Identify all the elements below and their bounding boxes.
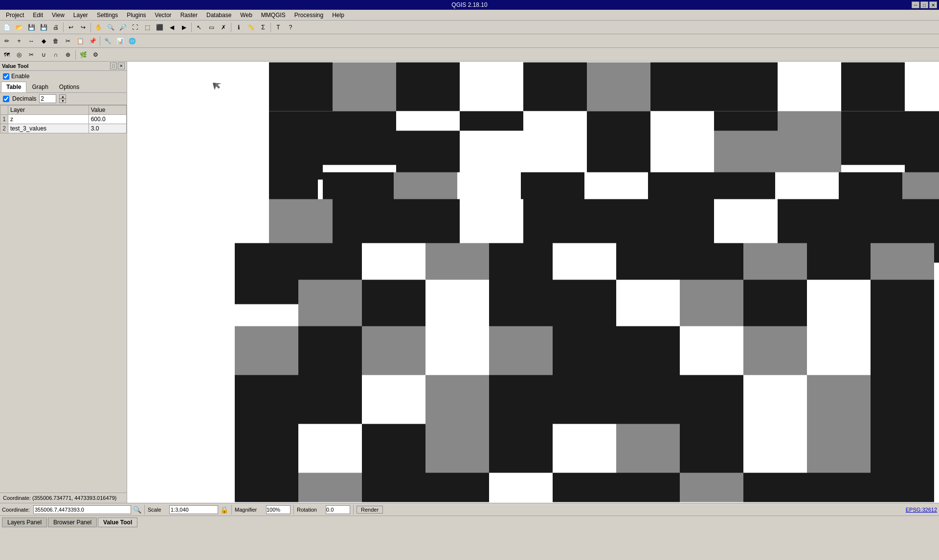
identify-btn[interactable]: ℹ: [233, 22, 245, 33]
spatial-query-btn[interactable]: 🗺: [1, 49, 13, 61]
save-as-btn[interactable]: 💾: [38, 22, 49, 33]
menu-plugins[interactable]: Plugins: [123, 11, 150, 20]
menu-web[interactable]: Web: [236, 11, 256, 20]
tip-btn[interactable]: ?: [285, 22, 296, 33]
panel-float-btn[interactable]: □: [110, 63, 117, 69]
coord-text: Coordinate: (355006.734771, 4473393.0164…: [3, 495, 116, 501]
new-project-btn[interactable]: 📄: [1, 22, 13, 33]
cut-btn[interactable]: ✂: [62, 35, 74, 47]
save-project-btn[interactable]: 💾: [25, 22, 37, 33]
menu-mmqgis[interactable]: MMQGIS: [257, 11, 290, 20]
label-btn[interactable]: T: [272, 22, 284, 33]
enable-checkbox[interactable]: [3, 73, 9, 80]
svg-rect-113: [616, 473, 680, 502]
intersect-btn[interactable]: ∩: [50, 49, 62, 61]
add-feature-btn[interactable]: +: [13, 35, 25, 47]
magnifier-input[interactable]: [266, 505, 291, 514]
plugin-1-btn[interactable]: 🔧: [102, 35, 113, 47]
menu-vector[interactable]: Vector: [151, 11, 176, 20]
measure-btn[interactable]: 📏: [245, 22, 257, 33]
grass-btn[interactable]: 🌿: [77, 49, 89, 61]
panel-titlebar-btns: □ ✕: [110, 63, 125, 69]
decimals-down-btn[interactable]: ▼: [59, 99, 66, 103]
dissolve-btn[interactable]: ⊕: [62, 49, 74, 61]
deselect-btn[interactable]: ✗: [218, 22, 229, 33]
tab-browser-panel[interactable]: Browser Panel: [48, 517, 97, 527]
decimals-checkbox[interactable]: [3, 96, 9, 102]
zoom-prev-btn[interactable]: ◀: [166, 22, 178, 33]
decimals-label: Decimals: [12, 95, 36, 102]
menu-layer[interactable]: Layer: [69, 11, 92, 20]
left-panel: Value Tool □ ✕ Enable Table Graph Option…: [0, 62, 127, 503]
menu-view[interactable]: View: [48, 11, 68, 20]
svg-rect-4: [460, 63, 523, 111]
menu-processing[interactable]: Processing: [291, 11, 327, 20]
svg-rect-115: [743, 473, 807, 502]
tab-options[interactable]: Options: [54, 82, 85, 92]
menu-help[interactable]: Help: [328, 11, 348, 20]
stats-btn[interactable]: Σ: [257, 22, 269, 33]
tab-graph[interactable]: Graph: [26, 82, 53, 92]
decimals-input[interactable]: [39, 94, 56, 103]
copy-btn[interactable]: 📋: [74, 35, 86, 47]
panel-titlebar: Value Tool □ ✕: [0, 62, 127, 71]
zoom-in-btn[interactable]: 🔍: [105, 22, 116, 33]
toolbar-sep-3: [191, 22, 192, 32]
coord-input[interactable]: [33, 505, 131, 514]
tab-layers-panel[interactable]: Layers Panel: [2, 517, 47, 527]
svg-rect-6: [587, 63, 650, 111]
zoom-select-btn[interactable]: ⬛: [154, 22, 165, 33]
render-button[interactable]: Render: [357, 506, 383, 514]
scale-lock-icon[interactable]: 🔒: [220, 506, 228, 514]
delete-btn[interactable]: 🗑: [50, 35, 62, 47]
magnifier-map-icon[interactable]: 🔍: [133, 506, 141, 514]
paste-btn[interactable]: 📌: [87, 35, 98, 47]
titlebar: QGIS 2.18.10 ─ □ ✕: [0, 0, 939, 10]
rotation-input[interactable]: [326, 505, 350, 514]
zoom-out-btn[interactable]: 🔎: [117, 22, 129, 33]
status-sep-1: [144, 505, 145, 515]
plugin-3-btn[interactable]: 🌐: [126, 35, 138, 47]
bottom-tabs: Layers Panel Browser Panel Value Tool: [0, 516, 939, 528]
move-feature-btn[interactable]: ↔: [25, 35, 37, 47]
redo-btn[interactable]: ↪: [77, 22, 89, 33]
close-button[interactable]: ✕: [929, 1, 937, 8]
clip-btn[interactable]: ✂: [25, 49, 37, 61]
node-tool-btn[interactable]: ◆: [38, 35, 49, 47]
panel-close-btn[interactable]: ✕: [118, 63, 125, 69]
print-btn[interactable]: 🖨: [50, 22, 62, 33]
processing-btn[interactable]: ⚙: [89, 49, 101, 61]
select-rect-btn[interactable]: ▭: [205, 22, 217, 33]
svg-rect-112: [553, 473, 616, 502]
plugin-2-btn[interactable]: 📊: [114, 35, 126, 47]
buffer-btn[interactable]: ◎: [13, 49, 25, 61]
edit-btn[interactable]: ✏: [1, 35, 13, 47]
zoom-full-btn[interactable]: ⛶: [129, 22, 141, 33]
map-canvas[interactable]: [127, 62, 939, 503]
tab-table[interactable]: Table: [1, 82, 26, 92]
zoom-layer-btn[interactable]: ⬚: [141, 22, 153, 33]
menu-settings[interactable]: Settings: [93, 11, 122, 20]
value-table: Layer Value 1 z 600.0 2 test_3_values 3.…: [0, 105, 127, 133]
row-2-value: 3.0: [89, 124, 126, 133]
restore-button[interactable]: □: [920, 1, 928, 8]
tab-value-tool[interactable]: Value Tool: [98, 517, 137, 527]
scale-input[interactable]: [169, 505, 218, 514]
decimals-up-btn[interactable]: ▲: [59, 94, 66, 99]
epsg-label[interactable]: EPSG:32612: [906, 507, 937, 513]
svg-rect-8: [714, 63, 778, 111]
svg-rect-107: [235, 473, 298, 502]
minimize-button[interactable]: ─: [912, 1, 919, 8]
menu-raster[interactable]: Raster: [177, 11, 201, 20]
toolbar-sep-6: [100, 36, 100, 46]
menu-edit[interactable]: Edit: [29, 11, 47, 20]
menu-project[interactable]: Project: [2, 11, 28, 20]
coord-display: Coordinate: (355006.734771, 4473393.0164…: [0, 493, 127, 503]
menu-database[interactable]: Database: [202, 11, 235, 20]
pan-btn[interactable]: ✋: [92, 22, 104, 33]
union-btn[interactable]: ∪: [38, 49, 49, 61]
zoom-next-btn[interactable]: ▶: [178, 22, 190, 33]
select-btn[interactable]: ↖: [193, 22, 205, 33]
undo-btn[interactable]: ↩: [65, 22, 77, 33]
open-project-btn[interactable]: 📂: [13, 22, 25, 33]
